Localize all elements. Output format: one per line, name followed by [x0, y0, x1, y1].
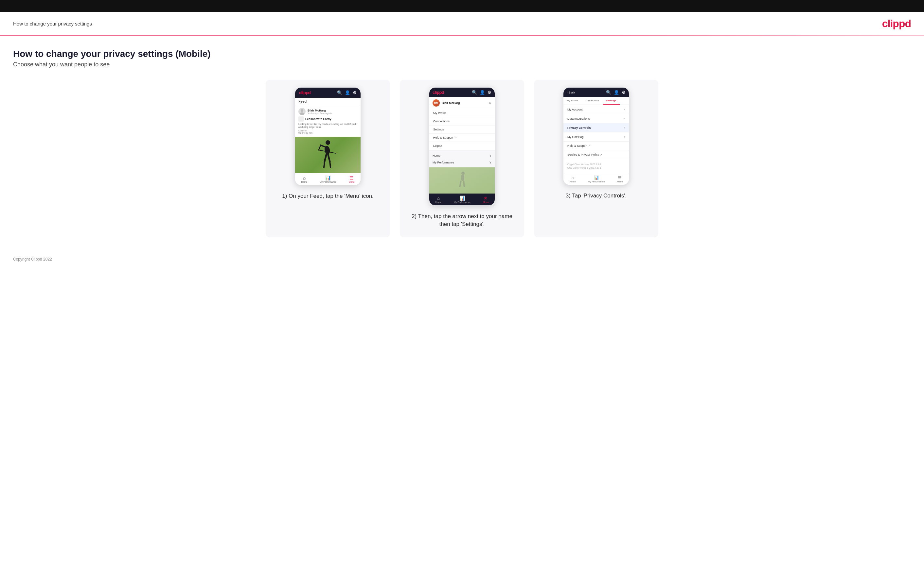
- menu-icon: ☰: [349, 175, 354, 181]
- svg-point-11: [461, 172, 465, 175]
- menu-label: Menu: [349, 181, 355, 183]
- phone-1-image: [295, 137, 360, 173]
- phone-2-navbar: clippd 🔍 👤 ⚙: [429, 88, 495, 97]
- step-2-phone: clippd 🔍 👤 ⚙ BM Blair McHarg ∧: [429, 88, 495, 205]
- phone-1-logo: clippd: [299, 90, 310, 95]
- settings-help: Help & Support ↗: [564, 142, 629, 150]
- performance-icon: 📊: [325, 175, 331, 181]
- external-link-icon: ↗: [454, 136, 457, 139]
- page-subheading: Choose what you want people to see: [13, 61, 911, 68]
- svg-line-10: [330, 161, 331, 168]
- settings-menu-label: Menu: [617, 181, 623, 183]
- post-duration: Duration01 hr : 30 min: [299, 129, 357, 134]
- bottom-performance: 📊 My Performance: [320, 175, 336, 183]
- step-3-label: 3) Tap 'Privacy Controls'.: [566, 192, 627, 200]
- my-account-chevron: ›: [624, 108, 625, 111]
- step-1-card: clippd 🔍 👤 ⚙ Feed: [266, 80, 390, 237]
- post-title: Lesson with Fordy: [305, 118, 331, 121]
- svg-point-1: [300, 113, 304, 115]
- post-desc: Looking to feel like my hands are exitin…: [299, 122, 357, 129]
- performance-label-2: My Performance: [454, 201, 470, 203]
- menu-help: Help & Support ↗: [429, 134, 495, 142]
- settings-home-icon: ⌂: [571, 175, 574, 180]
- step-2-card: clippd 🔍 👤 ⚙ BM Blair McHarg ∧: [400, 80, 524, 237]
- home-label-2: Home: [436, 201, 442, 203]
- step-1-phone: clippd 🔍 👤 ⚙ Feed: [295, 88, 360, 185]
- menu-label-2: Menu: [483, 201, 489, 203]
- dropdown-user-row: BM Blair McHarg ∧: [429, 97, 495, 109]
- back-button: ‹ Back: [567, 91, 575, 94]
- post-title-row: Lesson with Fordy: [299, 116, 357, 122]
- privacy-policy-label: Service & Privacy Policy ↗: [567, 153, 602, 156]
- dropdown-avatar: BM: [433, 99, 440, 106]
- post-avatar: [299, 108, 305, 115]
- header-title: How to change your privacy settings: [13, 21, 92, 26]
- section-performance: My Performance ∨: [432, 159, 492, 166]
- settings-home-label: Home: [570, 181, 576, 183]
- version-gql: GQL Server Version: 2022.7.30-1: [567, 166, 625, 170]
- svg-line-7: [325, 154, 326, 161]
- settings-icon-2: ⚙: [488, 90, 491, 95]
- golfer-blur: [457, 171, 467, 190]
- page-heading: How to change your privacy settings (Mob…: [13, 49, 911, 59]
- close-icon-2: ✕: [484, 195, 488, 201]
- settings-menu-icon: ☰: [618, 175, 622, 180]
- steps-row: clippd 🔍 👤 ⚙ Feed: [13, 80, 911, 237]
- performance-label: My Performance: [320, 181, 336, 183]
- bottom2-close: ✕ Menu: [483, 195, 489, 203]
- section-home-label: Home: [433, 154, 440, 157]
- bottom2-home: ⌂ Home: [436, 195, 442, 203]
- phone-1-post: Blair McHarg Yesterday · Sunningdale Les…: [295, 105, 360, 137]
- tab-connections: Connections: [582, 97, 603, 105]
- user-icon-2: 👤: [480, 90, 485, 95]
- phone-3-navbar: ‹ Back 🔍 👤 ⚙: [564, 88, 629, 97]
- dropdown-user-left: BM Blair McHarg: [433, 99, 460, 106]
- svg-line-13: [460, 181, 461, 187]
- phone-2-logo: clippd: [433, 90, 444, 95]
- golfer-silhouette: [318, 139, 338, 171]
- version-client: Clippd Client Version: 2022.8.3-3: [567, 163, 625, 166]
- golf-bag-label: My Golf Bag: [567, 135, 584, 139]
- settings-icon-3: ⚙: [622, 90, 625, 95]
- menu-my-profile: My Profile: [429, 109, 495, 118]
- settings-tabs: My Profile Connections Settings: [564, 97, 629, 105]
- data-integrations-chevron: ›: [624, 117, 625, 120]
- phone-3-icons: 🔍 👤 ⚙: [606, 90, 625, 95]
- tab-my-profile: My Profile: [564, 97, 582, 105]
- phone-2-bottom-bar: ⌂ Home 📊 My Performance ✕ Menu: [429, 193, 495, 205]
- footer: Copyright Clippd 2022: [0, 250, 924, 271]
- post-user-sub: Yesterday · Sunningdale: [308, 112, 333, 114]
- lesson-icon: [299, 116, 304, 122]
- section-home: Home ∨: [432, 152, 492, 159]
- performance-icon-2: 📊: [459, 195, 465, 201]
- settings-privacy-policy: Service & Privacy Policy ↗: [564, 150, 629, 159]
- svg-line-9: [324, 161, 325, 168]
- search-icon: 🔍: [337, 90, 342, 95]
- settings-my-account: My Account ›: [564, 105, 629, 114]
- step-2-label: 2) Then, tap the arrow next to your name…: [406, 213, 518, 228]
- home-icon-2: ⌂: [437, 195, 440, 201]
- help-label: Help & Support ↗: [567, 144, 590, 147]
- menu-logout: Logout: [429, 142, 495, 150]
- svg-line-5: [319, 145, 321, 150]
- phone-2-icons: 🔍 👤 ⚙: [472, 90, 491, 95]
- settings-icon: ⚙: [353, 90, 357, 95]
- header-divider: [0, 35, 924, 35]
- phone-1-icons: 🔍 👤 ⚙: [337, 90, 357, 95]
- post-user-name: Blair McHarg: [308, 109, 333, 112]
- golf-bag-chevron: ›: [624, 135, 625, 139]
- top-bar: [0, 0, 924, 12]
- search-icon-3: 🔍: [606, 90, 611, 95]
- settings-performance-icon: 📊: [594, 175, 599, 180]
- tab-settings: Settings: [603, 97, 620, 105]
- settings-data-integrations: Data Integrations ›: [564, 114, 629, 123]
- settings-bottom-performance: 📊 My Performance: [588, 175, 605, 183]
- copyright: Copyright Clippd 2022: [13, 257, 52, 261]
- settings-bottom-menu: ☰ Menu: [617, 175, 623, 183]
- dropdown-chevron-up: ∧: [488, 101, 491, 105]
- main-content: How to change your privacy settings (Mob…: [0, 35, 924, 250]
- dropdown-username: Blair McHarg: [442, 102, 460, 105]
- post-user-info: Blair McHarg Yesterday · Sunningdale: [308, 109, 333, 114]
- section-home-chevron: ∨: [489, 154, 491, 157]
- svg-point-2: [326, 140, 330, 145]
